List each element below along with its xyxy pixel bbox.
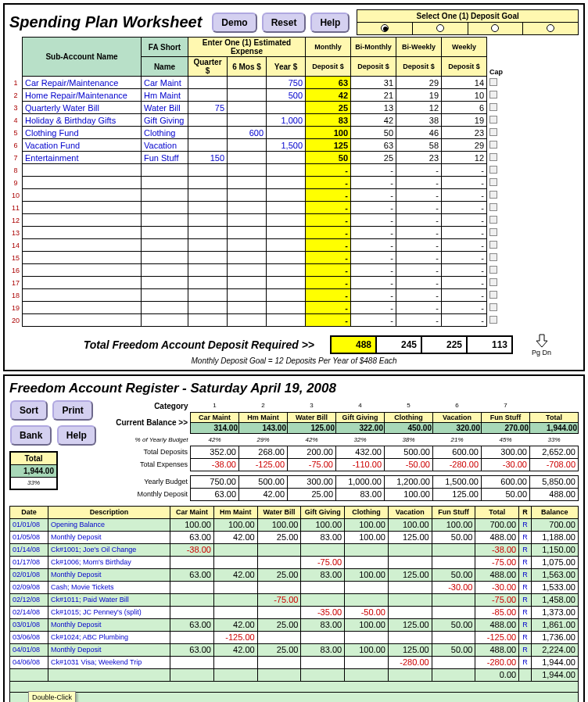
- worksheet-row: 18 - - - -: [9, 289, 505, 302]
- transaction-row: 02/14/08 Ck#1015; JC Penney's (split) -3…: [10, 606, 579, 618]
- worksheet-row: 19 - - - -: [9, 302, 505, 314]
- print-button[interactable]: Print: [52, 400, 92, 421]
- worksheet-row: 1 Car Repair/Maintenance Car Maint 750 6…: [9, 77, 505, 89]
- total-bimonthly: 245: [376, 336, 421, 353]
- transaction-row: 04/01/08 Monthly Deposit 63.0042.0025.00…: [10, 643, 579, 656]
- worksheet-row: 8 - - - -: [9, 164, 505, 177]
- radio-monthly[interactable]: [381, 24, 389, 32]
- total-weekly: 113: [467, 336, 512, 353]
- totalbox-label: Total: [10, 452, 57, 464]
- transaction-row: 04/06/08 Ck#1031 Visa; Weekend Trip -280…: [10, 656, 579, 668]
- summary-table: Category1234567 Current Balance >>Car Ma…: [111, 399, 579, 501]
- arrow-down-icon: [534, 333, 550, 349]
- cap-checkbox[interactable]: [489, 116, 497, 124]
- worksheet-row: 6 Vacation Fund Vacation 1,500 125 63 58…: [9, 139, 505, 152]
- cap-checkbox[interactable]: [489, 278, 497, 286]
- worksheet-title: Spending Plan Worksheet: [9, 13, 202, 31]
- worksheet-row: 5 Clothing Fund Clothing 600 100 50 46 2…: [9, 127, 505, 139]
- deposit-note: Monthly Deposit Goal = 12 Deposits Per Y…: [9, 356, 579, 365]
- transaction-row: 02/09/08 Cash; Movie Tickets -30.00 -30.…: [10, 581, 579, 593]
- register-panel: Freedom Account Register - Saturday Apri…: [3, 374, 585, 702]
- transaction-row: 02/12/08 Ck#1011; Paid Water Bill -75.00…: [10, 593, 579, 606]
- help-button[interactable]: Help: [310, 13, 350, 33]
- worksheet-row: 20 - - - -: [9, 314, 505, 327]
- worksheet-row: 12 - - - -: [9, 214, 505, 227]
- cap-checkbox[interactable]: [489, 178, 497, 186]
- calendar-tooltip: Double-Click for Calendar: [28, 691, 76, 703]
- bank-button[interactable]: Bank: [10, 425, 52, 446]
- transaction-row: 0.00 1,944.00: [10, 668, 579, 681]
- total-monthly: 488: [331, 336, 376, 353]
- worksheet-row: 11 - - - -: [9, 202, 505, 214]
- cap-checkbox[interactable]: [489, 91, 497, 98]
- transaction-row: 01/05/08 Monthly Deposit 63.0042.0025.00…: [10, 531, 579, 543]
- radio-weekly[interactable]: [547, 24, 554, 32]
- worksheet-row: 15 - - - -: [9, 252, 505, 264]
- cap-checkbox[interactable]: [489, 166, 497, 174]
- worksheet-row: 4 Holiday & Birthday Gifts Gift Giving 1…: [9, 114, 505, 127]
- total-biweekly: 225: [421, 336, 467, 353]
- transaction-row: 01/14/08 Ck#1001; Joe's Oil Change -38.0…: [10, 543, 579, 556]
- transaction-table: DateDescriptionCar MaintHm MaintWater Bi…: [9, 506, 579, 703]
- help-button-2[interactable]: Help: [57, 425, 96, 446]
- worksheet-row: 2 Home Repair/Maintenance Hm Maint 500 4…: [9, 89, 505, 102]
- cap-checkbox[interactable]: [489, 253, 497, 261]
- cap-checkbox[interactable]: [489, 203, 497, 211]
- subaccount-header: Sub-Account Name: [23, 38, 142, 77]
- register-date: Saturday April 19, 2008: [190, 381, 335, 396]
- transaction-row: 02/01/08 Monthly Deposit 63.0042.0025.00…: [10, 568, 579, 581]
- reset-button[interactable]: Reset: [262, 13, 307, 33]
- cap-checkbox[interactable]: [489, 291, 497, 299]
- worksheet-table: Sub-Account Name FA Short Enter One (1) …: [9, 37, 505, 327]
- cap-checkbox[interactable]: [489, 316, 497, 324]
- cap-checkbox[interactable]: [489, 128, 497, 136]
- cap-checkbox[interactable]: [489, 266, 497, 274]
- worksheet-row: 3 Quarterly Water Bill Water Bill 75 25 …: [9, 102, 505, 114]
- cap-checkbox[interactable]: [489, 78, 497, 86]
- demo-button[interactable]: Demo: [212, 13, 256, 33]
- worksheet-row: 10 - - - -: [9, 189, 505, 202]
- transaction-row: 01/17/08 Ck#1006; Mom's Birthday -75.00 …: [10, 556, 579, 568]
- worksheet-row: 13 - - - -: [9, 227, 505, 239]
- worksheet-row: 7 Entertainment Fun Stuff 150 50 25 23 1…: [9, 152, 505, 164]
- transaction-row: 03/01/08 Monthly Deposit 63.0042.0025.00…: [10, 618, 579, 631]
- worksheet-row: 16 - - - -: [9, 264, 505, 277]
- page-down-button[interactable]: Pg Dn: [532, 333, 551, 356]
- totalbox-pct: 33%: [10, 477, 57, 489]
- cap-checkbox[interactable]: [489, 241, 497, 249]
- cap-checkbox[interactable]: [489, 191, 497, 199]
- sort-button[interactable]: Sort: [10, 400, 48, 421]
- cap-checkbox[interactable]: [489, 228, 497, 236]
- cap-checkbox[interactable]: [489, 216, 497, 224]
- worksheet-row: 14 - - - -: [9, 239, 505, 252]
- totalbox-value: 1,944.00: [10, 464, 57, 477]
- worksheet-panel: Spending Plan Worksheet Demo Reset Help …: [3, 3, 585, 371]
- cap-checkbox[interactable]: [489, 303, 497, 311]
- transaction-row: 03/06/08 Ck#1024; ABC Plumbing -125.00 -…: [10, 631, 579, 643]
- register-title: Freedom Account Register: [9, 381, 179, 396]
- radio-biweekly[interactable]: [491, 24, 499, 32]
- cap-checkbox[interactable]: [489, 153, 497, 161]
- radio-bimonthly[interactable]: [436, 24, 444, 32]
- worksheet-row: 9 - - - -: [9, 177, 505, 189]
- total-label: Total Freedom Account Deposit Required >…: [9, 338, 314, 351]
- cap-checkbox[interactable]: [489, 103, 497, 111]
- worksheet-row: 17 - - - -: [9, 277, 505, 289]
- cap-checkbox[interactable]: [489, 141, 497, 149]
- transaction-row: 01/01/08 Opening Balance 100.00100.00100…: [10, 518, 579, 531]
- deposit-goal-header: Select One (1) Deposit Goal: [357, 10, 579, 23]
